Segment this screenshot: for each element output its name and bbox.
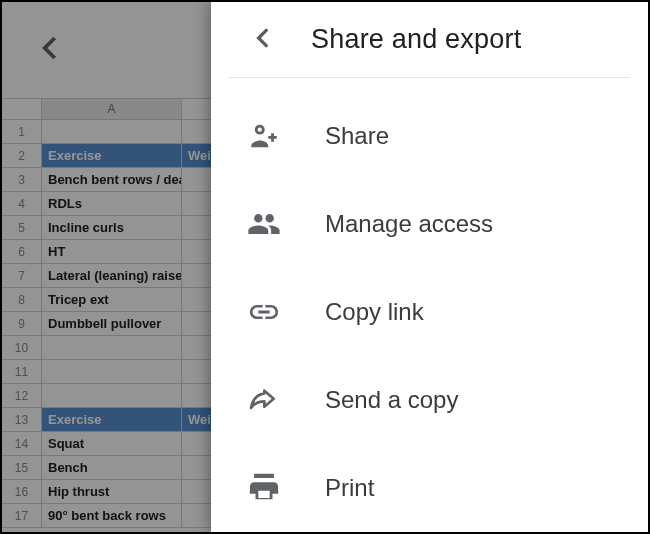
menu-item-share[interactable]: Share	[211, 92, 648, 180]
panel-title: Share and export	[311, 24, 521, 55]
share-export-panel: Share and export ShareManage accessCopy …	[211, 2, 648, 532]
menu-item-label: Send a copy	[325, 386, 458, 414]
panel-header: Share and export	[229, 2, 630, 78]
panel-back-button[interactable]	[251, 25, 277, 55]
menu-item-label: Print	[325, 474, 374, 502]
panel-menu: ShareManage accessCopy linkSend a copyPr…	[211, 78, 648, 532]
manage-icon	[247, 207, 293, 241]
send-icon	[247, 384, 293, 416]
print-icon	[247, 471, 293, 505]
menu-item-print[interactable]: Print	[211, 444, 648, 532]
menu-item-label: Copy link	[325, 298, 424, 326]
menu-item-manage[interactable]: Manage access	[211, 180, 648, 268]
link-icon	[247, 295, 293, 329]
menu-item-label: Share	[325, 122, 389, 150]
menu-item-link[interactable]: Copy link	[211, 268, 648, 356]
share-icon	[247, 119, 293, 153]
menu-item-label: Manage access	[325, 210, 493, 238]
menu-item-send[interactable]: Send a copy	[211, 356, 648, 444]
